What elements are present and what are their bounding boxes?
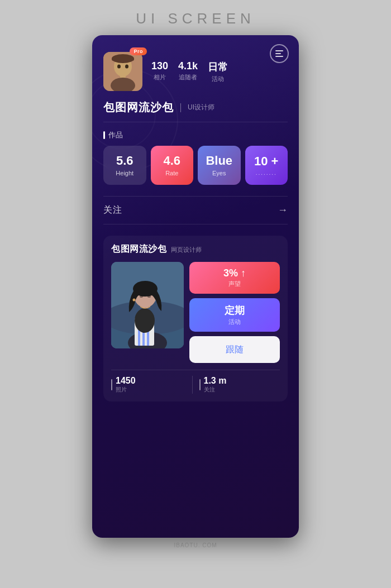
section-text: 作品: [108, 130, 123, 140]
second-profile-card: 包图网流沙包 网页设计师: [103, 236, 288, 401]
reputation-value: 3% ↑: [223, 267, 246, 279]
page-title-area: UI SCREEN: [92, 0, 299, 35]
avatar: [103, 52, 142, 91]
second-profile-subtitle: 网页设计师: [171, 246, 202, 254]
periodic-value: 定期: [225, 304, 245, 317]
follow-button-text: 跟随: [226, 344, 244, 356]
stat-bar-1: [111, 379, 112, 390]
action-reputation[interactable]: 3% ↑ 声望: [189, 262, 280, 294]
second-stat-following-info: 1.3 m 关注: [204, 376, 227, 394]
svg-point-16: [135, 308, 155, 333]
action-follow[interactable]: 跟随: [189, 336, 280, 363]
second-profile-body: 3% ↑ 声望 定期 活动 跟随: [111, 262, 280, 363]
phone-frame: Pro 130 相片 4.1k 追随者 日常 活动: [92, 35, 299, 538]
periodic-label: 活动: [228, 318, 241, 326]
stat-followers: 4.1k 追随者: [178, 60, 198, 83]
profile-name: 包图网流沙包: [103, 100, 174, 115]
name-divider: [180, 103, 181, 112]
page-wrapper: UI SCREEN: [92, 0, 299, 551]
stat-activity: 日常 活动: [208, 60, 228, 83]
profile-stats: 130 相片 4.1k 追随者 日常 活动: [151, 60, 228, 83]
second-profile-header: 包图网流沙包 网页设计师: [111, 243, 280, 255]
card-rate: 4.6 Rate: [151, 146, 194, 185]
card-eyes: Blue Eyes: [198, 146, 241, 185]
svg-point-22: [133, 299, 136, 302]
second-profile-name: 包图网流沙包: [111, 243, 166, 255]
svg-point-7: [125, 65, 128, 69]
pro-badge: Pro: [130, 47, 147, 55]
works-section-label: 作品: [103, 122, 288, 146]
second-photo-inner: [111, 262, 184, 348]
card-extra: 10 + ........: [245, 146, 288, 185]
stat-photos: 130 相片: [151, 60, 168, 83]
profile-section: Pro 130 相片 4.1k 追随者 日常 活动: [103, 44, 288, 100]
follow-row[interactable]: 关注 →: [103, 196, 288, 224]
phone-content: Pro 130 相片 4.1k 追随者 日常 活动: [92, 35, 299, 418]
svg-point-6: [117, 65, 121, 69]
action-periodic[interactable]: 定期 活动: [189, 298, 280, 332]
follow-arrow: →: [278, 204, 288, 216]
reputation-label: 声望: [228, 280, 241, 288]
second-stat-photos: 1450 照片: [111, 376, 192, 394]
second-stat-photos-info: 1450 照片: [116, 376, 136, 394]
second-actions: 3% ↑ 声望 定期 活动 跟随: [189, 262, 280, 363]
follow-label: 关注: [103, 204, 122, 216]
svg-rect-3: [112, 58, 134, 61]
second-profile-stats: 1450 照片 1.3 m 关注: [111, 370, 280, 394]
section-bar: [103, 131, 105, 139]
name-row: 包图网流沙包 UI设计师: [103, 100, 288, 122]
cards-grid: 5.6 Height 4.6 Rate Blue Eyes 10 + .....…: [103, 146, 288, 185]
second-profile-photo: [111, 262, 184, 348]
watermark: IBAOTU. COM: [92, 538, 299, 551]
svg-point-20: [140, 295, 143, 298]
stat-bar-2: [199, 379, 201, 390]
page-title: UI SCREEN: [136, 10, 255, 27]
second-stat-following: 1.3 m 关注: [192, 376, 280, 394]
avatar-wrap: Pro: [103, 52, 142, 91]
svg-point-21: [147, 295, 151, 298]
avatar-face: [103, 52, 142, 91]
profile-subtitle: UI设计师: [188, 103, 214, 112]
card-height: 5.6 Height: [103, 146, 146, 185]
